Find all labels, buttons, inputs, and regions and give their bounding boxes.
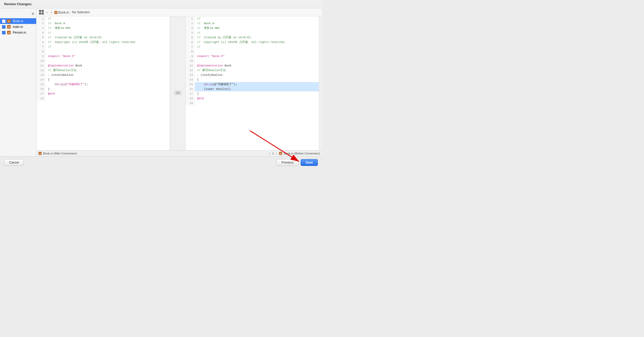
sidebar-item-person-m[interactable]: m Person.m [0, 30, 36, 35]
line-number: 6 [186, 40, 195, 45]
nav-back-button[interactable]: ‹ [46, 10, 48, 14]
line-number: 12 [36, 68, 46, 73]
checkbox-book-m[interactable] [2, 20, 5, 23]
line-code: { [195, 77, 319, 82]
line-number: 12 [186, 68, 195, 73]
table-row: 3// 博客10-MRC [36, 26, 170, 30]
code-content-left: 1//2// Book.m3// 博客10-MRC4//5// Created … [36, 16, 170, 101]
line-number: 6 [36, 40, 46, 45]
previous-button[interactable]: Previous [276, 159, 299, 166]
line-number: 17 [36, 91, 46, 96]
diff-pane-right[interactable]: 1//2// Book.m3// 博客10-MRC4//5// Created … [186, 16, 319, 150]
file-icon-breadcrumb: m Book.m [54, 10, 69, 14]
table-row: 5// Created by 凸凹曼 on 15/8/25. [186, 35, 319, 40]
line-number: 3 [36, 26, 46, 30]
line-code [46, 49, 170, 54]
line-number: 8 [186, 49, 195, 54]
line-number: 1 [36, 16, 46, 21]
line-code: // Copyright (c) 2015年 凸凹曼. All rights r… [195, 40, 319, 45]
file-icon-book-m: m [7, 19, 11, 23]
line-number: 3 [186, 26, 195, 30]
table-row: 7// [36, 45, 170, 49]
diff-badge-count: 1 [176, 91, 178, 94]
line-code: // Book.m [195, 21, 319, 26]
line-code: @end [195, 96, 319, 101]
line-code: #import "Book.h" [46, 54, 170, 59]
bottom-right-file-icon: m [279, 152, 282, 155]
table-row: 17} [186, 91, 319, 96]
nav-forward-button[interactable]: › [50, 10, 53, 14]
line-code: // [195, 16, 319, 21]
right-buttons: Previous Save [276, 159, 318, 166]
line-number: 16 [186, 87, 195, 91]
line-code: // 博客10-MRC [195, 26, 319, 30]
table-row: 13- (void)dealloc [36, 73, 170, 77]
line-code: } [46, 87, 170, 91]
file-icon-person-m: m [7, 31, 11, 34]
checkbox-person-m[interactable] [2, 31, 5, 34]
table-row: 1// [186, 16, 319, 21]
sidebar-item-main-m[interactable]: m main.m [0, 24, 36, 30]
table-row: 5// Created by 凸凹曼 on 15/8/25. [36, 35, 170, 40]
line-code: @implementation Book [46, 63, 170, 68]
bottom-nav-next[interactable]: › [275, 152, 277, 155]
line-code: #import "Book.h" [195, 54, 319, 59]
line-number: 7 [186, 45, 195, 49]
table-row: 8 [186, 49, 319, 54]
line-code: // 重写dealloc方法 [195, 68, 319, 73]
line-code: // Book.m [46, 21, 170, 26]
checkbox-main-m[interactable] [2, 25, 5, 29]
line-number: 9 [186, 54, 195, 59]
line-code: } [195, 91, 319, 96]
line-code [46, 59, 170, 63]
line-number: 15 [36, 82, 46, 87]
table-row: 15 NSLog(@"书被销毁了"); [186, 82, 319, 87]
line-code: // 博客10-MRC [46, 26, 170, 30]
table-row: 17@end [36, 91, 170, 96]
table-row: 15 NSLog(@"书被销毁了"); [36, 82, 170, 87]
cancel-button[interactable]: Cancel [4, 159, 24, 166]
table-row: 9#import "Book.h" [36, 54, 170, 59]
table-row: 16 [super dealloc]; [186, 87, 319, 91]
bottom-page-num: 1 [272, 152, 274, 155]
table-row: 13- (void)dealloc [186, 73, 319, 77]
file-label-book-m: Book.m [13, 19, 34, 23]
line-number: 14 [36, 77, 46, 82]
dialog-title: Review Changes: [0, 0, 322, 8]
line-number: 4 [186, 30, 195, 35]
bottom-right: ‹ 1 › m Book.m (Before Conversion) [269, 152, 320, 155]
file-icon-main-m: m [7, 25, 11, 29]
line-number: 7 [36, 45, 46, 49]
line-code [195, 101, 319, 105]
table-row: 10 [36, 59, 170, 63]
line-code: // 重写dealloc方法 [46, 68, 170, 73]
line-code: - (void)dealloc [46, 73, 170, 77]
diff-area: 1//2// Book.m3// 博客10-MRC4//5// Created … [36, 16, 322, 150]
table-row: 14{ [186, 77, 319, 82]
line-number: 18 [36, 96, 46, 101]
bottom-left-title: Book.m (After Conversion) [43, 152, 77, 155]
line-number: 13 [186, 73, 195, 77]
line-number: 11 [36, 63, 46, 68]
line-code: - (void)dealloc [195, 73, 319, 77]
line-number: 17 [186, 91, 195, 96]
line-number: 5 [36, 35, 46, 40]
table-row: 16} [36, 87, 170, 91]
breadcrumb-section: No Selection [72, 10, 90, 14]
bottom-nav-prev[interactable]: ‹ [269, 152, 271, 155]
diff-badge[interactable]: 1 ▾ [174, 91, 181, 95]
grid-view-icon[interactable] [39, 10, 44, 15]
diff-badge-chevron: ▾ [178, 91, 179, 94]
table-row: 2// Book.m [36, 21, 170, 26]
list-view-icon[interactable]: ≡ [32, 11, 34, 16]
save-button[interactable]: Save [301, 159, 318, 166]
sidebar-item-book-m[interactable]: m Book.m [0, 18, 36, 24]
table-row: 3// 博客10-MRC [186, 26, 319, 30]
diff-pane-left[interactable]: 1//2// Book.m3// 博客10-MRC4//5// Created … [36, 16, 170, 150]
scrollbar[interactable] [319, 16, 322, 150]
line-number: 10 [186, 59, 195, 63]
breadcrumb: m Book.m › No Selection [54, 10, 90, 14]
code-content-right: 1//2// Book.m3// 博客10-MRC4//5// Created … [186, 16, 319, 105]
file-label-main-m: main.m [13, 25, 34, 29]
line-number: 4 [36, 30, 46, 35]
